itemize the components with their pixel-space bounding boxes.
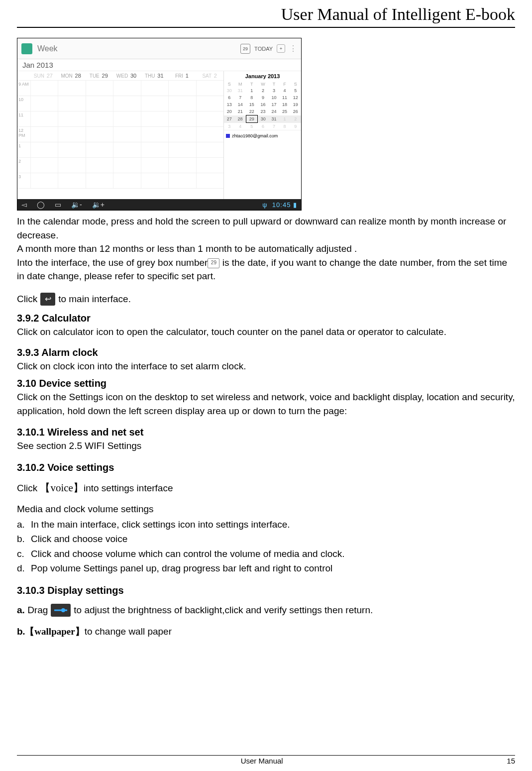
recent-nav-icon: ▭ xyxy=(55,201,61,209)
heading-calculator: 3.9.2 Calculator xyxy=(17,313,515,324)
voice-steps-list: a.In the main interface, click settings … xyxy=(17,517,515,576)
heading-voice: 3.10.2 Voice settings xyxy=(17,462,515,473)
text-voice-subhead: Media and clock volume settings xyxy=(17,502,515,516)
heading-alarm: 3.9.3 Alarm clock xyxy=(17,347,515,358)
calendar-screenshot: Week 29 TODAY ＋ ⋮ Jan 2013 SUN 27 MON 28… xyxy=(17,38,302,211)
page-header: User Manual of Intelligent E-book xyxy=(17,0,515,28)
page-number: 15 xyxy=(507,757,515,765)
heading-wireless: 3.10.1 Wireless and net set xyxy=(17,427,515,438)
slider-icon xyxy=(51,604,71,617)
vol-up-icon: 🔉+ xyxy=(92,201,105,209)
text-voice-click: Click 【voice】into settings interface xyxy=(17,480,515,495)
android-navbar: ◅ ◯ ▭ 🔉- 🔉+ ψ 10:45 ▮ xyxy=(17,199,301,210)
account-label: zhtao1980@gmail.com xyxy=(224,130,301,141)
menu-icon: ⋮ xyxy=(289,44,297,53)
usb-icon: ψ xyxy=(262,201,267,209)
svg-point-1 xyxy=(61,608,65,612)
text-calculator: Click on calculator icon to open the cal… xyxy=(17,325,515,339)
today-date-icon: 29 xyxy=(240,44,250,54)
calendar-instructions: In the calendar mode, press and hold the… xyxy=(17,215,515,283)
heading-device-setting: 3.10 Device setting xyxy=(17,378,515,389)
account-color-icon xyxy=(226,134,230,138)
view-mode-label: Week xyxy=(37,44,58,53)
back-nav-icon: ◅ xyxy=(21,201,27,209)
click-main-interface-line: Click ↩ to main interface. xyxy=(17,292,515,306)
home-nav-icon: ◯ xyxy=(37,201,45,209)
text-wireless: See section 2.5 WIFI Settings xyxy=(17,439,515,453)
date-number-icon: 29 xyxy=(208,258,219,268)
heading-display: 3.10.3 Display settings xyxy=(17,585,515,596)
screenshot-topbar: Week 29 TODAY ＋ ⋮ xyxy=(17,38,301,59)
calendar-app-icon xyxy=(21,43,32,54)
display-step-b: b.【wallpaper】to change wall paper xyxy=(17,625,515,639)
today-label: TODAY xyxy=(254,46,273,52)
battery-icon: ▮ xyxy=(293,201,297,209)
back-icon: ↩ xyxy=(40,293,55,306)
page-footer: User Manual 15 xyxy=(17,755,515,765)
footer-title: User Manual xyxy=(17,757,507,765)
week-grid: SUN 27 MON 28 TUE 29 WED 30 THU 31 FRI 1… xyxy=(17,71,223,201)
add-event-icon: ＋ xyxy=(277,44,285,53)
text-device-setting: Click on the Settings icon on the deskto… xyxy=(17,390,515,418)
month-year-label: Jan 2013 xyxy=(17,59,301,71)
mini-calendar: SMTWTFS 303112345 6789101112 13141516171… xyxy=(224,81,301,130)
vol-down-icon: 🔉- xyxy=(71,201,82,209)
status-clock: 10:45 xyxy=(272,201,291,209)
display-step-a: a. Drag to adjust the brightness of back… xyxy=(17,603,515,617)
mini-calendar-panel: January 2013 SMTWTFS 303112345 678910111… xyxy=(223,71,301,201)
mini-calendar-title: January 2013 xyxy=(224,71,301,81)
text-alarm: Click on clock icon into the interface t… xyxy=(17,359,515,373)
page: User Manual of Intelligent E-book Week 2… xyxy=(0,0,532,771)
